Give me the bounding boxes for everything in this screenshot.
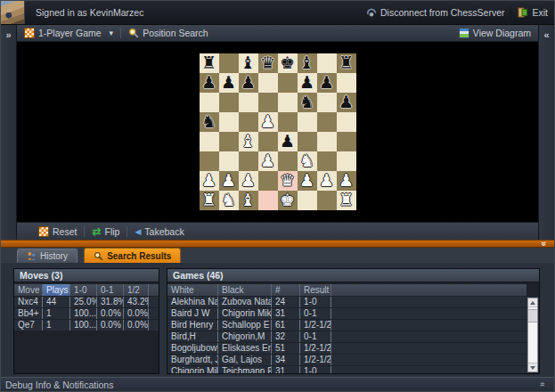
column-header-move[interactable]: Move bbox=[14, 284, 43, 296]
table-row[interactable]: Bird,HChigorin,M320-1 bbox=[167, 331, 539, 342]
column-header-black[interactable]: Black bbox=[218, 284, 272, 296]
board-square[interactable]: ♝ bbox=[239, 191, 258, 210]
board-square[interactable] bbox=[258, 171, 278, 191]
table-row[interactable]: Alekhina Nata...Zubova Natali...241-0 bbox=[167, 297, 539, 307]
table-row[interactable]: Nxc44425.0%31.8%43.2% bbox=[14, 297, 159, 307]
board-square[interactable]: ♞ bbox=[298, 93, 317, 112]
board-square[interactable] bbox=[258, 191, 278, 210]
board-square[interactable] bbox=[258, 132, 278, 151]
column-header--[interactable]: # bbox=[272, 284, 300, 296]
board-square[interactable] bbox=[278, 93, 298, 112]
board-square[interactable] bbox=[258, 93, 278, 112]
board-square[interactable]: ♞ bbox=[219, 191, 239, 210]
games-scrollbar[interactable] bbox=[527, 298, 538, 372]
board-square[interactable]: ♟ bbox=[298, 171, 317, 191]
game-mode-dropdown[interactable]: 1-Player Game ▾ bbox=[24, 28, 113, 38]
board-square[interactable]: ♟ bbox=[200, 171, 219, 191]
flip-button[interactable]: ⇄ Flip bbox=[92, 226, 119, 237]
board-square[interactable]: ♟ bbox=[298, 73, 317, 93]
board-square[interactable]: ♟ bbox=[258, 112, 278, 132]
board-square[interactable]: ♚ bbox=[278, 191, 298, 210]
board-square[interactable]: ♟ bbox=[317, 73, 337, 93]
board-square[interactable] bbox=[219, 112, 239, 132]
board-square[interactable] bbox=[298, 112, 317, 132]
column-header-1-0[interactable]: 1-0 bbox=[70, 284, 97, 296]
column-header-result[interactable]: Result bbox=[300, 284, 331, 296]
board-square[interactable]: ♞ bbox=[298, 151, 317, 171]
board-square[interactable]: ♟ bbox=[317, 171, 337, 191]
board-square[interactable] bbox=[219, 53, 239, 73]
board-square[interactable] bbox=[258, 73, 278, 93]
board-square[interactable] bbox=[200, 132, 219, 151]
board-square[interactable]: ♝ bbox=[239, 53, 258, 73]
board-square[interactable] bbox=[317, 53, 337, 73]
chevrons-down-icon[interactable]: » bbox=[540, 241, 550, 247]
board-square[interactable]: ♛ bbox=[278, 171, 298, 191]
column-header-white[interactable]: White bbox=[167, 284, 218, 296]
table-row[interactable]: Baird J WChigorin Mikhail310-1 bbox=[167, 308, 539, 319]
board-square[interactable] bbox=[337, 132, 356, 151]
board-square[interactable] bbox=[317, 112, 337, 132]
board-square[interactable]: ♜ bbox=[200, 191, 219, 210]
board-square[interactable] bbox=[337, 112, 356, 132]
table-row[interactable]: Bird HenrySchallopp E611/2-1/2 bbox=[167, 320, 539, 331]
takeback-button[interactable]: ◀ Takeback bbox=[135, 226, 184, 237]
board-square[interactable]: ♟ bbox=[337, 93, 356, 112]
table-row[interactable]: Burghardt, J.Gal, Lajos341/2-1/2 bbox=[167, 355, 539, 365]
table-row[interactable]: Bogoljubow E...Eliskases Erich511/2-1/2 bbox=[167, 343, 539, 354]
splitter-bar[interactable]: » bbox=[1, 240, 554, 248]
board-square[interactable]: ♜ bbox=[337, 191, 356, 210]
tab-history[interactable]: History bbox=[17, 249, 78, 263]
collapse-left-strip[interactable]: » bbox=[1, 25, 17, 240]
board-square[interactable] bbox=[317, 191, 337, 210]
scroll-thumb[interactable] bbox=[528, 309, 537, 323]
board-square[interactable] bbox=[298, 191, 317, 210]
board-square[interactable]: ♚ bbox=[278, 53, 298, 73]
column-header-plays[interactable]: Plays bbox=[43, 284, 70, 296]
board-square[interactable] bbox=[298, 132, 317, 151]
board-square[interactable] bbox=[317, 151, 337, 171]
table-row[interactable]: Chigorin MikhailTeichmann Ri...311-0 bbox=[167, 366, 539, 374]
view-diagram-button[interactable]: View Diagram bbox=[459, 28, 531, 38]
board-square[interactable]: ♟ bbox=[258, 151, 278, 171]
board-square[interactable] bbox=[200, 151, 219, 171]
exit-button[interactable]: Exit bbox=[518, 7, 548, 18]
board-square[interactable] bbox=[200, 93, 219, 112]
column-header-1-2[interactable]: 1/2 bbox=[124, 284, 149, 296]
board-square[interactable] bbox=[278, 151, 298, 171]
board-square[interactable]: ♟ bbox=[239, 73, 258, 93]
tab-search-results[interactable]: Search Results bbox=[84, 248, 181, 263]
table-row[interactable]: Qe71100....0.0%0.0% bbox=[14, 320, 159, 331]
column-header-0-1[interactable]: 0-1 bbox=[97, 284, 124, 296]
board-square[interactable] bbox=[278, 73, 298, 93]
board-square[interactable] bbox=[337, 151, 356, 171]
board-square[interactable] bbox=[239, 93, 258, 112]
table-row[interactable]: Bb4+1100....0.0%0.0% bbox=[14, 308, 159, 319]
board-square[interactable] bbox=[219, 93, 239, 112]
board-square[interactable]: ♟ bbox=[219, 73, 239, 93]
collapse-right-strip[interactable]: « bbox=[538, 25, 554, 240]
board-square[interactable]: ♟ bbox=[219, 171, 239, 191]
scroll-down-arrow[interactable] bbox=[528, 363, 537, 372]
board-square[interactable]: ♝ bbox=[239, 132, 258, 151]
board-square[interactable] bbox=[219, 151, 239, 171]
reset-button[interactable]: Reset bbox=[38, 226, 77, 237]
board-square[interactable]: ♟ bbox=[278, 132, 298, 151]
chevrons-up-icon[interactable]: » bbox=[538, 382, 548, 388]
board-square[interactable] bbox=[317, 93, 337, 112]
position-search-button[interactable]: Position Search bbox=[128, 28, 208, 38]
scroll-up-arrow[interactable] bbox=[528, 298, 537, 307]
board-square[interactable]: ♝ bbox=[298, 53, 317, 73]
board-square[interactable]: ♜ bbox=[200, 53, 219, 73]
board-square[interactable] bbox=[239, 151, 258, 171]
board-square[interactable] bbox=[219, 132, 239, 151]
board-square[interactable]: ♜ bbox=[337, 53, 356, 73]
disconnect-button[interactable]: Disconnect from ChessServer bbox=[366, 7, 504, 18]
status-bar[interactable]: Debug Info & Notifications » bbox=[1, 377, 554, 391]
board-square[interactable] bbox=[278, 112, 298, 132]
board-square[interactable]: ♟ bbox=[337, 171, 356, 191]
board-square[interactable]: ♟ bbox=[239, 171, 258, 191]
board-square[interactable]: ♛ bbox=[258, 53, 278, 73]
board-square[interactable] bbox=[239, 112, 258, 132]
board-square[interactable] bbox=[337, 73, 356, 93]
